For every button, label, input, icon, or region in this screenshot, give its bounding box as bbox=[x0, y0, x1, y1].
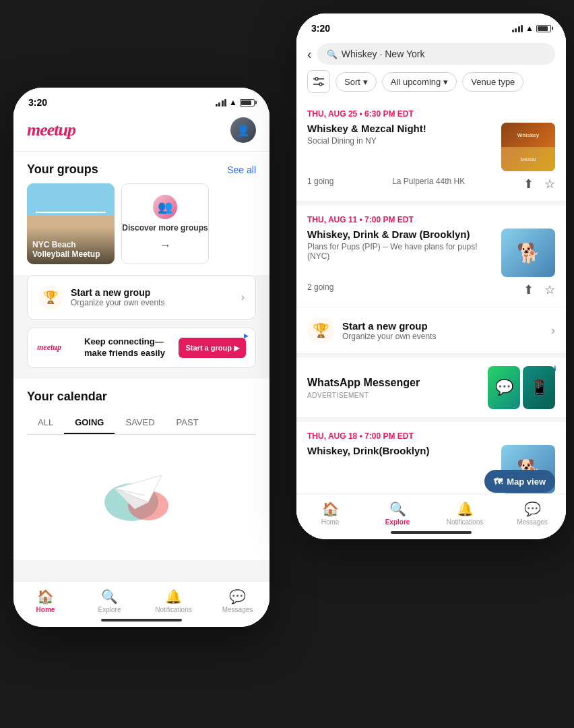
battery-left bbox=[240, 99, 255, 107]
map-view-button[interactable]: 🗺 Map view bbox=[484, 470, 555, 493]
paper-plane-illustration bbox=[94, 455, 189, 529]
status-icons-left: ▲ bbox=[216, 98, 255, 107]
nav-home-right[interactable]: 🏠 Home bbox=[296, 494, 364, 533]
upcoming-filter-button[interactable]: All upcoming ▾ bbox=[382, 72, 457, 92]
home-icon-left: 🏠 bbox=[37, 588, 54, 605]
share-icon-2[interactable]: ⬆ bbox=[523, 282, 534, 297]
search-text: Whiskey · New York bbox=[342, 49, 425, 59]
event-1-location: La Pulpería 44th HK bbox=[392, 177, 465, 186]
ad-banner-left[interactable]: meetup Keep connecting— make friends eas… bbox=[27, 328, 256, 368]
event-item-1[interactable]: THU, AUG 25 • 6:30 PM EDT Whiskey & Mezc… bbox=[296, 100, 566, 202]
time-left: 3:20 bbox=[28, 97, 47, 108]
app-header-left: meetup 👤 bbox=[13, 112, 269, 152]
calendar-empty-state bbox=[27, 435, 256, 549]
tab-saved[interactable]: SAVED bbox=[115, 412, 165, 434]
nav-explore-label-right: Explore bbox=[385, 518, 410, 526]
save-icon-1[interactable]: ☆ bbox=[544, 177, 555, 191]
nav-notifications-label-right: Notifications bbox=[447, 518, 483, 526]
nav-home-left[interactable]: 🏠 Home bbox=[13, 582, 77, 620]
explore-icon-left: 🔍 bbox=[101, 588, 118, 605]
share-icon-1[interactable]: ⬆ bbox=[523, 177, 534, 191]
notifications-icon-right: 🔔 bbox=[457, 501, 474, 517]
upcoming-chevron: ▾ bbox=[443, 77, 448, 87]
map-view-label: Map view bbox=[507, 477, 546, 487]
explore-icon-right: 🔍 bbox=[389, 501, 406, 517]
right-screen-content: THU, AUG 25 • 6:30 PM EDT Whiskey & Mezc… bbox=[296, 100, 566, 531]
nav-notifications-left[interactable]: 🔔 Notifications bbox=[141, 582, 205, 620]
save-icon-2[interactable]: ☆ bbox=[544, 282, 555, 297]
whatsapp-icon-2: 📱 bbox=[523, 366, 555, 409]
chevron-right-icon-right: › bbox=[551, 324, 555, 338]
start-group-subtitle-right: Organize your own events bbox=[342, 332, 543, 341]
signal-right bbox=[512, 25, 523, 32]
status-bar-left: 3:20 ▲ bbox=[13, 88, 269, 112]
tab-all[interactable]: ALL bbox=[27, 412, 64, 434]
start-group-title-right: Start a new group bbox=[342, 320, 543, 332]
event-2-image: 🐕 bbox=[501, 229, 555, 277]
svg-point-6 bbox=[315, 78, 318, 80]
event-2-actions: ⬆ ☆ bbox=[523, 282, 555, 297]
start-group-text-right: Start a new group Organize your own even… bbox=[342, 320, 543, 341]
filter-settings-button[interactable] bbox=[307, 70, 330, 93]
group-card-label: NYC Beach Volleyball Meetup bbox=[27, 226, 115, 264]
ad-start-button[interactable]: Start a group ▶ bbox=[179, 338, 246, 358]
tab-past[interactable]: PAST bbox=[166, 412, 210, 434]
start-group-cta-left[interactable]: 🏆 Start a new group Organize your own ev… bbox=[27, 275, 256, 320]
tab-going[interactable]: GOING bbox=[64, 412, 115, 434]
chevron-right-icon-left: › bbox=[241, 291, 245, 303]
home-indicator-left bbox=[101, 619, 182, 621]
left-screen-content: Your groups See all NYC Beach Volleyball… bbox=[13, 152, 269, 627]
discover-groups-card[interactable]: 👥 Discover more groups → bbox=[121, 183, 209, 264]
sort-filter-button[interactable]: Sort ▾ bbox=[336, 72, 377, 92]
event-2-content: Whiskey, Drink & Draw (Brooklyn) Plans f… bbox=[307, 229, 555, 277]
event-2-title: Whiskey, Drink & Draw (Brooklyn) bbox=[307, 229, 493, 240]
nav-explore-right[interactable]: 🔍 Explore bbox=[364, 494, 431, 533]
time-right: 3:20 bbox=[311, 23, 330, 34]
event-1-title: Whiskey & Mezcal Night! bbox=[307, 123, 493, 134]
event-2-date: THU, AUG 11 • 7:00 PM EDT bbox=[307, 215, 555, 224]
phone-left-screen: 3:20 ▲ meetup 👤 bbox=[13, 88, 269, 627]
event-1-meta: 1 going La Pulpería 44th HK ⬆ ☆ bbox=[307, 171, 555, 191]
groups-scroll: NYC Beach Volleyball Meetup 👥 Discover m… bbox=[13, 183, 269, 275]
home-indicator-right bbox=[391, 531, 472, 534]
search-header: ‹ 🔍 Whiskey · New York bbox=[296, 38, 566, 100]
event-3-date: THU, AUG 18 • 7:00 PM EDT bbox=[307, 431, 555, 441]
status-icons-right: ▲ bbox=[512, 24, 551, 33]
start-group-cta-right[interactable]: 🏆 Start a new group Organize your own ev… bbox=[296, 307, 566, 354]
see-all-link[interactable]: See all bbox=[227, 164, 256, 175]
start-group-text-left: Start a new group Organize your own even… bbox=[71, 287, 233, 307]
ad-corner-info-icon[interactable]: ℹ bbox=[554, 365, 556, 372]
ad-corner-icon: ▶ bbox=[244, 332, 249, 339]
event-item-2[interactable]: THU, AUG 11 • 7:00 PM EDT Whiskey, Drink… bbox=[296, 206, 566, 307]
event-2-info: Whiskey, Drink & Draw (Brooklyn) Plans f… bbox=[307, 229, 493, 265]
back-search-row: ‹ 🔍 Whiskey · New York bbox=[307, 43, 555, 65]
ad-text: Keep connecting— make friends easily bbox=[84, 336, 172, 359]
sliders-icon bbox=[313, 77, 324, 86]
venue-filter-button[interactable]: Venue type bbox=[462, 72, 523, 92]
wifi-right: ▲ bbox=[525, 24, 534, 33]
dog-image: 🐕 bbox=[501, 229, 555, 277]
nav-notifications-right[interactable]: 🔔 Notifications bbox=[431, 494, 499, 533]
phone-left: 3:20 ▲ meetup 👤 bbox=[13, 88, 269, 627]
nav-explore-label-left: Explore bbox=[98, 606, 121, 613]
search-icon: 🔍 bbox=[327, 49, 338, 59]
venue-label: Venue type bbox=[471, 77, 515, 87]
calendar-title: Your calendar bbox=[27, 390, 256, 404]
event-2-group: Plans for Pups (PfP) -- We have plans fo… bbox=[307, 242, 493, 261]
event-1-actions: ⬆ ☆ bbox=[523, 177, 555, 191]
whiskey-mezcal-image: Whiskey Mezcal bbox=[501, 123, 555, 171]
nav-messages-left[interactable]: 💬 Messages bbox=[205, 582, 269, 620]
discover-icon: 👥 bbox=[153, 195, 177, 219]
group-card-volleyball[interactable]: NYC Beach Volleyball Meetup bbox=[27, 183, 115, 264]
nav-explore-left[interactable]: 🔍 Explore bbox=[77, 582, 141, 620]
ad-whatsapp-content: WhatsApp Messenger ADVERTISEMENT bbox=[307, 377, 480, 399]
user-avatar[interactable]: 👤 bbox=[230, 117, 256, 143]
back-button[interactable]: ‹ bbox=[307, 47, 312, 62]
nav-messages-right[interactable]: 💬 Messages bbox=[499, 494, 566, 533]
ad-card-whatsapp[interactable]: WhatsApp Messenger ADVERTISEMENT 💬 📱 ℹ bbox=[296, 358, 566, 418]
map-icon: 🗺 bbox=[494, 477, 503, 487]
battery-right bbox=[536, 25, 551, 32]
search-bar[interactable]: 🔍 Whiskey · New York bbox=[317, 43, 555, 65]
signal-left bbox=[216, 99, 227, 107]
nav-home-label-left: Home bbox=[36, 606, 55, 613]
